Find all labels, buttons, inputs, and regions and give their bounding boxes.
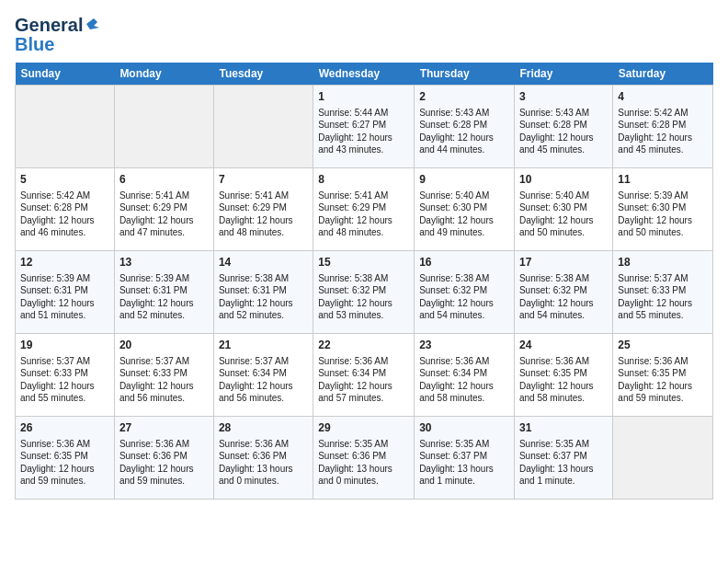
day-info: and 54 minutes. [419,309,509,322]
day-info: Sunset: 6:28 PM [20,201,109,214]
day-number: 20 [119,338,209,353]
day-info: Sunset: 6:31 PM [119,284,209,297]
day-number: 18 [618,255,708,270]
day-number: 9 [419,172,509,188]
day-info: Sunrise: 5:43 AM [419,107,509,120]
day-info: Sunrise: 5:36 AM [519,355,608,368]
day-info: and 55 minutes. [20,392,109,405]
week-row-4: 19Sunrise: 5:37 AMSunset: 6:33 PMDayligh… [16,334,713,417]
day-number: 26 [20,420,109,436]
day-info: Daylight: 13 hours [419,463,509,476]
day-info: Sunset: 6:37 PM [419,450,509,463]
day-info: Sunset: 6:34 PM [219,367,308,380]
day-number: 29 [318,420,409,436]
day-info: Daylight: 12 hours [519,297,608,310]
day-info: and 58 minutes. [519,392,608,405]
day-info: Sunset: 6:34 PM [419,367,509,380]
day-info: Daylight: 12 hours [20,214,109,227]
day-info: Sunset: 6:29 PM [318,201,409,214]
day-info: Daylight: 12 hours [618,214,708,227]
calendar-cell: 9Sunrise: 5:40 AMSunset: 6:30 PMDaylight… [415,168,515,251]
day-info: Sunrise: 5:38 AM [419,272,509,285]
calendar-cell: 8Sunrise: 5:41 AMSunset: 6:29 PMDaylight… [313,168,415,251]
calendar-cell: 14Sunrise: 5:38 AMSunset: 6:31 PMDayligh… [213,251,313,334]
day-info: and 46 minutes. [20,226,109,239]
day-info: Sunset: 6:31 PM [219,284,308,297]
day-info: Daylight: 12 hours [219,214,308,227]
day-header-monday: Monday [114,63,213,86]
day-info: Daylight: 12 hours [20,297,109,310]
calendar-cell: 29Sunrise: 5:35 AMSunset: 6:36 PMDayligh… [313,417,415,500]
day-header-friday: Friday [514,63,612,86]
day-info: and 54 minutes. [519,309,608,322]
day-number: 21 [219,338,308,353]
day-info: Sunset: 6:30 PM [419,201,509,214]
day-info: Sunrise: 5:35 AM [419,438,509,451]
day-info: Daylight: 12 hours [419,132,509,144]
day-info: and 49 minutes. [419,226,509,239]
day-info: Daylight: 12 hours [318,380,409,393]
day-info: Daylight: 12 hours [519,132,608,144]
day-info: Daylight: 12 hours [419,380,509,393]
calendar-cell: 12Sunrise: 5:39 AMSunset: 6:31 PMDayligh… [16,251,115,334]
day-info: Sunset: 6:31 PM [20,284,109,297]
day-info: Daylight: 13 hours [318,463,409,476]
day-info: Sunset: 6:28 PM [419,119,509,132]
logo-general: General [15,15,83,35]
day-info: Sunrise: 5:37 AM [219,355,308,368]
day-number: 12 [20,255,109,270]
day-info: Sunset: 6:33 PM [618,284,708,297]
day-info: Sunset: 6:35 PM [618,367,708,380]
day-info: and 48 minutes. [219,226,308,239]
day-info: Sunrise: 5:35 AM [519,438,608,451]
day-info: Sunrise: 5:37 AM [618,272,708,285]
calendar-cell: 17Sunrise: 5:38 AMSunset: 6:32 PMDayligh… [514,251,612,334]
day-number: 28 [219,420,308,436]
calendar-cell: 19Sunrise: 5:37 AMSunset: 6:33 PMDayligh… [16,334,115,417]
day-info: Daylight: 12 hours [119,214,209,227]
day-info: Sunset: 6:32 PM [519,284,608,297]
calendar-cell: 27Sunrise: 5:36 AMSunset: 6:36 PMDayligh… [114,417,213,500]
week-row-1: 1Sunrise: 5:44 AMSunset: 6:27 PMDaylight… [16,86,713,168]
day-header-row: SundayMondayTuesdayWednesdayThursdayFrid… [16,63,713,86]
day-info: and 47 minutes. [119,226,209,239]
day-info: and 52 minutes. [119,309,209,322]
calendar-cell: 13Sunrise: 5:39 AMSunset: 6:31 PMDayligh… [114,251,213,334]
calendar-cell: 11Sunrise: 5:39 AMSunset: 6:30 PMDayligh… [613,168,713,251]
day-header-thursday: Thursday [415,63,515,86]
day-info: Sunrise: 5:36 AM [119,438,209,451]
day-number: 25 [618,338,708,353]
day-info: Sunset: 6:30 PM [618,201,708,214]
day-number: 13 [119,255,209,270]
day-info: Sunrise: 5:42 AM [618,107,708,120]
day-info: Sunset: 6:32 PM [318,284,409,297]
day-info: and 59 minutes. [20,475,109,488]
day-info: and 44 minutes. [419,144,509,156]
day-info: Daylight: 12 hours [419,214,509,227]
day-number: 14 [219,255,308,270]
day-number: 5 [20,172,109,188]
day-info: Sunrise: 5:43 AM [519,107,608,120]
day-info: and 58 minutes. [419,392,509,405]
day-info: Sunset: 6:34 PM [318,367,409,380]
calendar-cell: 6Sunrise: 5:41 AMSunset: 6:29 PMDaylight… [114,168,213,251]
day-info: Sunset: 6:27 PM [318,119,409,132]
day-info: and 1 minute. [519,475,608,488]
day-info: Sunset: 6:36 PM [219,450,308,463]
day-info: Sunrise: 5:35 AM [318,438,409,451]
logo-bird-icon [85,15,99,33]
week-row-3: 12Sunrise: 5:39 AMSunset: 6:31 PMDayligh… [16,251,713,334]
day-info: Sunrise: 5:38 AM [219,272,308,285]
day-info: Daylight: 12 hours [618,132,708,144]
day-number: 19 [20,338,109,353]
day-info: Sunrise: 5:36 AM [20,438,109,451]
day-info: and 50 minutes. [618,226,708,239]
day-number: 24 [519,338,608,353]
day-info: Sunset: 6:33 PM [20,367,109,380]
day-info: Sunset: 6:36 PM [318,450,409,463]
day-info: Daylight: 12 hours [519,380,608,393]
day-info: Sunrise: 5:39 AM [20,272,109,285]
day-info: Sunrise: 5:37 AM [119,355,209,368]
day-info: Daylight: 12 hours [419,297,509,310]
day-info: Sunrise: 5:36 AM [618,355,708,368]
